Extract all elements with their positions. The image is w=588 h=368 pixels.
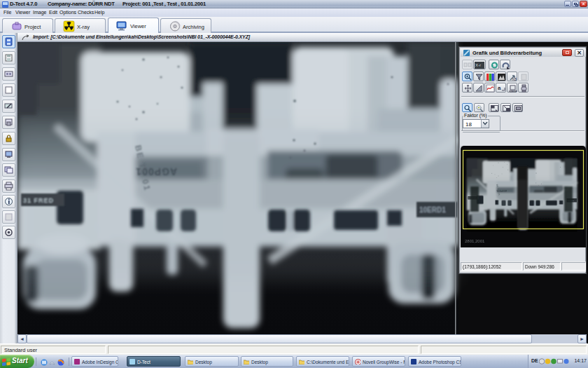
svg-text:X-r: X-r <box>475 63 481 67</box>
svg-text:a: a <box>498 85 501 91</box>
svg-text:CROP: CROP <box>510 90 517 93</box>
svg-text:KB: KB <box>512 78 517 81</box>
